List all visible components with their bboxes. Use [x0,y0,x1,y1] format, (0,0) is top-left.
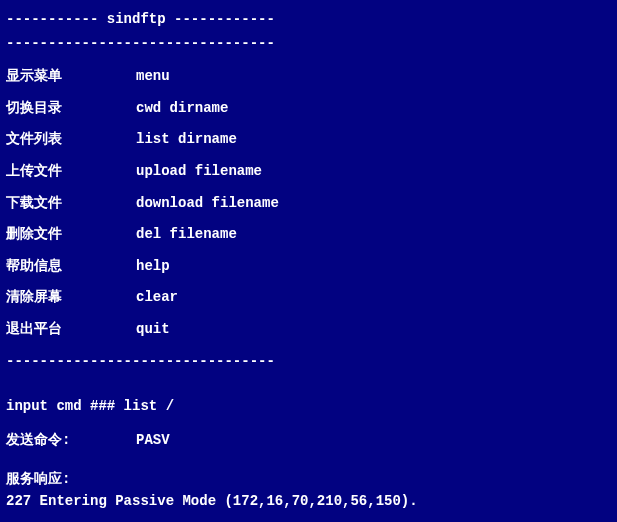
menu-item-del: 删除文件 del filename [6,225,611,245]
menu-command: download filename [136,194,611,214]
send-command-row: 发送命令: PASV [6,431,611,451]
menu-command: help [136,257,611,277]
menu-label: 下载文件 [6,194,136,214]
menu-command: quit [136,320,611,340]
sent-command: PASV [136,431,611,451]
menu-label: 文件列表 [6,130,136,150]
menu-item-quit: 退出平台 quit [6,320,611,340]
app-title: ----------- sindftp ------------ [6,10,611,30]
menu-label: 退出平台 [6,320,136,340]
menu-item-cwd: 切换目录 cwd dirname [6,99,611,119]
menu-command: cwd dirname [136,99,611,119]
menu-command: upload filename [136,162,611,182]
menu-item-clear: 清除屏幕 clear [6,288,611,308]
separator-bottom: -------------------------------- [6,352,611,372]
response-text: 227 Entering Passive Mode (172,16,70,210… [6,492,611,512]
menu-item-download: 下载文件 download filename [6,194,611,214]
menu-label: 上传文件 [6,162,136,182]
menu-item-help: 帮助信息 help [6,257,611,277]
menu-item-list: 文件列表 list dirname [6,130,611,150]
command-input[interactable]: input cmd ### list / [6,397,611,417]
menu-label: 帮助信息 [6,257,136,277]
menu-item-show-menu: 显示菜单 menu [6,67,611,87]
separator-top: -------------------------------- [6,34,611,54]
menu-item-upload: 上传文件 upload filename [6,162,611,182]
menu-command: del filename [136,225,611,245]
menu-command: list dirname [136,130,611,150]
response-label: 服务响应: [6,470,611,490]
menu-label: 删除文件 [6,225,136,245]
menu-label: 清除屏幕 [6,288,136,308]
menu-command: menu [136,67,611,87]
menu-label: 显示菜单 [6,67,136,87]
send-label: 发送命令: [6,431,136,451]
menu-label: 切换目录 [6,99,136,119]
menu-command: clear [136,288,611,308]
